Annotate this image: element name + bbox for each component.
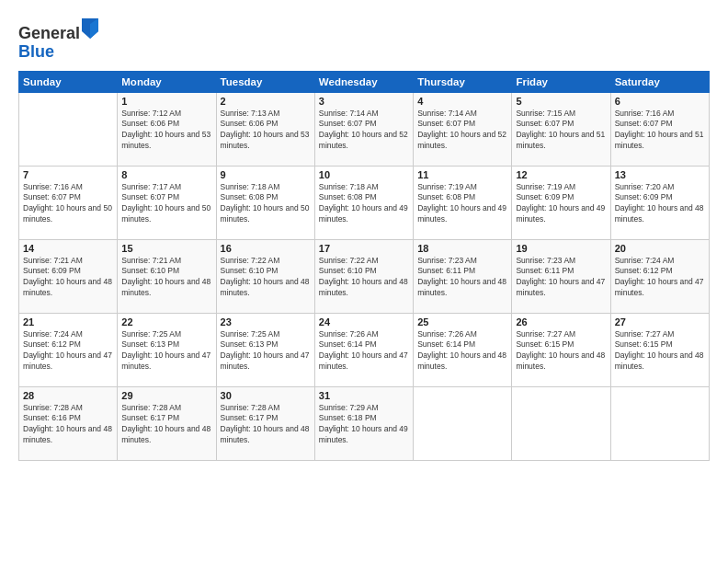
day-number: 12: [516, 169, 606, 180]
day-info: Sunrise: 7:26 AM Sunset: 6:14 PM Dayligh…: [417, 329, 507, 373]
day-info: Sunrise: 7:20 AM Sunset: 6:09 PM Dayligh…: [615, 182, 705, 226]
calendar-cell: 26 Sunrise: 7:27 AM Sunset: 6:15 PM Dayl…: [512, 313, 610, 386]
weekday-header-tuesday: Tuesday: [216, 71, 314, 92]
logo-blue: Blue: [18, 42, 54, 61]
calendar-cell: [19, 92, 118, 166]
day-info: Sunrise: 7:28 AM Sunset: 6:17 PM Dayligh…: [221, 403, 311, 447]
calendar-cell: 19 Sunrise: 7:23 AM Sunset: 6:11 PM Dayl…: [512, 239, 610, 313]
day-info: Sunrise: 7:27 AM Sunset: 6:15 PM Dayligh…: [516, 329, 606, 373]
day-number: 16: [221, 243, 311, 254]
day-number: 2: [221, 96, 311, 107]
day-info: Sunrise: 7:16 AM Sunset: 6:07 PM Dayligh…: [615, 109, 705, 153]
calendar-cell: 20 Sunrise: 7:24 AM Sunset: 6:12 PM Dayl…: [610, 239, 709, 313]
week-row-1: 1 Sunrise: 7:12 AM Sunset: 6:06 PM Dayli…: [19, 92, 710, 166]
day-info: Sunrise: 7:14 AM Sunset: 6:07 PM Dayligh…: [319, 109, 409, 153]
calendar-cell: 17 Sunrise: 7:22 AM Sunset: 6:10 PM Dayl…: [314, 239, 413, 313]
calendar-cell: 5 Sunrise: 7:15 AM Sunset: 6:07 PM Dayli…: [512, 92, 610, 166]
calendar-cell: 28 Sunrise: 7:28 AM Sunset: 6:16 PM Dayl…: [19, 386, 118, 460]
day-info: Sunrise: 7:25 AM Sunset: 6:13 PM Dayligh…: [221, 329, 311, 373]
day-info: Sunrise: 7:22 AM Sunset: 6:10 PM Dayligh…: [221, 256, 311, 300]
calendar-cell: 3 Sunrise: 7:14 AM Sunset: 6:07 PM Dayli…: [314, 92, 413, 166]
day-number: 21: [23, 316, 113, 327]
day-info: Sunrise: 7:14 AM Sunset: 6:07 PM Dayligh…: [417, 109, 507, 153]
day-number: 17: [319, 243, 409, 254]
day-info: Sunrise: 7:23 AM Sunset: 6:11 PM Dayligh…: [417, 256, 507, 300]
day-number: 24: [319, 316, 409, 327]
day-number: 20: [615, 243, 705, 254]
weekday-header-thursday: Thursday: [414, 71, 512, 92]
calendar-cell: 22 Sunrise: 7:25 AM Sunset: 6:13 PM Dayl…: [118, 313, 216, 386]
day-number: 28: [23, 390, 113, 401]
day-number: 5: [516, 96, 606, 107]
logo-icon: [82, 18, 98, 39]
calendar-cell: 24 Sunrise: 7:26 AM Sunset: 6:14 PM Dayl…: [314, 313, 413, 386]
day-number: 3: [319, 96, 409, 107]
day-number: 13: [615, 169, 705, 180]
weekday-header-friday: Friday: [512, 71, 610, 92]
calendar-cell: 10 Sunrise: 7:18 AM Sunset: 6:08 PM Dayl…: [314, 166, 413, 239]
day-info: Sunrise: 7:23 AM Sunset: 6:11 PM Dayligh…: [516, 256, 606, 300]
day-info: Sunrise: 7:21 AM Sunset: 6:10 PM Dayligh…: [121, 256, 211, 300]
day-info: Sunrise: 7:26 AM Sunset: 6:14 PM Dayligh…: [319, 329, 409, 373]
calendar-cell: 31 Sunrise: 7:29 AM Sunset: 6:18 PM Dayl…: [314, 386, 413, 460]
logo-general: General: [18, 24, 80, 42]
calendar-cell: 7 Sunrise: 7:16 AM Sunset: 6:07 PM Dayli…: [19, 166, 118, 239]
day-number: 14: [23, 243, 113, 254]
calendar-cell: [512, 386, 610, 460]
day-number: 6: [615, 96, 705, 107]
logo-text: General Blue: [18, 24, 98, 61]
weekday-header-wednesday: Wednesday: [314, 71, 413, 92]
day-info: Sunrise: 7:18 AM Sunset: 6:08 PM Dayligh…: [319, 182, 409, 226]
day-info: Sunrise: 7:19 AM Sunset: 6:09 PM Dayligh…: [516, 182, 606, 226]
calendar-cell: 14 Sunrise: 7:21 AM Sunset: 6:09 PM Dayl…: [19, 239, 118, 313]
calendar-cell: [414, 386, 512, 460]
day-number: 7: [23, 169, 113, 180]
calendar-cell: 2 Sunrise: 7:13 AM Sunset: 6:06 PM Dayli…: [216, 92, 314, 166]
day-number: 8: [121, 169, 211, 180]
day-number: 31: [319, 390, 409, 401]
calendar-cell: 23 Sunrise: 7:25 AM Sunset: 6:13 PM Dayl…: [216, 313, 314, 386]
calendar-cell: 12 Sunrise: 7:19 AM Sunset: 6:09 PM Dayl…: [512, 166, 610, 239]
day-number: 25: [417, 316, 507, 327]
day-number: 30: [221, 390, 311, 401]
week-row-3: 14 Sunrise: 7:21 AM Sunset: 6:09 PM Dayl…: [19, 239, 710, 313]
calendar-header: General Blue: [18, 15, 710, 62]
day-info: Sunrise: 7:17 AM Sunset: 6:07 PM Dayligh…: [121, 182, 211, 226]
day-info: Sunrise: 7:16 AM Sunset: 6:07 PM Dayligh…: [23, 182, 113, 226]
calendar-cell: 6 Sunrise: 7:16 AM Sunset: 6:07 PM Dayli…: [610, 92, 709, 166]
day-info: Sunrise: 7:28 AM Sunset: 6:17 PM Dayligh…: [121, 403, 211, 447]
day-number: 19: [516, 243, 606, 254]
day-info: Sunrise: 7:21 AM Sunset: 6:09 PM Dayligh…: [23, 256, 113, 300]
calendar-cell: 16 Sunrise: 7:22 AM Sunset: 6:10 PM Dayl…: [216, 239, 314, 313]
day-info: Sunrise: 7:29 AM Sunset: 6:18 PM Dayligh…: [319, 403, 409, 447]
calendar-cell: 13 Sunrise: 7:20 AM Sunset: 6:09 PM Dayl…: [610, 166, 709, 239]
day-info: Sunrise: 7:13 AM Sunset: 6:06 PM Dayligh…: [221, 109, 311, 153]
calendar-cell: [610, 386, 709, 460]
day-number: 15: [121, 243, 211, 254]
week-row-4: 21 Sunrise: 7:24 AM Sunset: 6:12 PM Dayl…: [19, 313, 710, 386]
calendar-cell: 8 Sunrise: 7:17 AM Sunset: 6:07 PM Dayli…: [118, 166, 216, 239]
calendar-cell: 29 Sunrise: 7:28 AM Sunset: 6:17 PM Dayl…: [118, 386, 216, 460]
calendar-cell: 27 Sunrise: 7:27 AM Sunset: 6:15 PM Dayl…: [610, 313, 709, 386]
calendar-container: General Blue SundayMondayTuesdayWednesda…: [0, 0, 728, 563]
week-row-5: 28 Sunrise: 7:28 AM Sunset: 6:16 PM Dayl…: [19, 386, 710, 460]
day-info: Sunrise: 7:12 AM Sunset: 6:06 PM Dayligh…: [121, 109, 211, 153]
day-number: 10: [319, 169, 409, 180]
day-info: Sunrise: 7:28 AM Sunset: 6:16 PM Dayligh…: [23, 403, 113, 447]
logo: General Blue: [18, 18, 98, 62]
day-info: Sunrise: 7:25 AM Sunset: 6:13 PM Dayligh…: [121, 329, 211, 373]
calendar-cell: 21 Sunrise: 7:24 AM Sunset: 6:12 PM Dayl…: [19, 313, 118, 386]
calendar-cell: 18 Sunrise: 7:23 AM Sunset: 6:11 PM Dayl…: [414, 239, 512, 313]
weekday-header-sunday: Sunday: [19, 71, 118, 92]
day-info: Sunrise: 7:22 AM Sunset: 6:10 PM Dayligh…: [319, 256, 409, 300]
day-number: 29: [121, 390, 211, 401]
day-number: 23: [221, 316, 311, 327]
weekday-header-saturday: Saturday: [610, 71, 709, 92]
day-number: 27: [615, 316, 705, 327]
day-number: 4: [417, 96, 507, 107]
calendar-cell: 4 Sunrise: 7:14 AM Sunset: 6:07 PM Dayli…: [414, 92, 512, 166]
day-info: Sunrise: 7:27 AM Sunset: 6:15 PM Dayligh…: [615, 329, 705, 373]
weekday-header-row: SundayMondayTuesdayWednesdayThursdayFrid…: [19, 71, 710, 92]
day-number: 26: [516, 316, 606, 327]
day-info: Sunrise: 7:24 AM Sunset: 6:12 PM Dayligh…: [615, 256, 705, 300]
